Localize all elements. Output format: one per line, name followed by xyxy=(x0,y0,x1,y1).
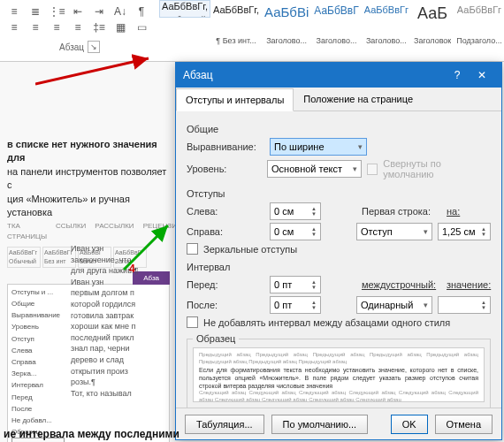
svg-line-0 xyxy=(35,58,149,84)
dialog-tabs: Отступы и интервалы Положение на страниц… xyxy=(176,88,501,111)
increase-indent-icon[interactable]: ⇥ xyxy=(90,4,108,19)
style-heading3[interactable]: АаБбВвГгЗаголово... xyxy=(362,0,411,50)
line-spacing-icon[interactable]: ‡≡ xyxy=(90,19,108,35)
decrease-indent-icon[interactable]: ⇤ xyxy=(69,4,87,19)
no-space-same-style-checkbox[interactable] xyxy=(187,316,198,328)
line-spacing-select[interactable]: Одинарный▾ xyxy=(356,296,432,314)
special-indent-select[interactable]: Отступ▾ xyxy=(356,223,432,240)
ribbon: ≡ ≣ ⋮≡ ⇤ ⇥ A↓ ¶ ≡ ≡ ≡ ≡ ‡≡ ▦ ▭ Абзац ↘ А… xyxy=(0,0,504,62)
align-center-icon[interactable]: ≡ xyxy=(27,19,44,35)
justify-icon[interactable]: ≡ xyxy=(69,19,87,35)
mirror-indents-checkbox[interactable] xyxy=(187,243,198,255)
bullet-list-icon[interactable]: ≡ xyxy=(5,4,23,19)
borders-icon[interactable]: ▭ xyxy=(133,19,150,35)
shading-icon[interactable]: ▦ xyxy=(111,19,129,35)
multilevel-list-icon[interactable]: ⋮≡ xyxy=(48,4,65,19)
indent-left-input[interactable]: 0 см▲▼ xyxy=(270,202,321,220)
style-subtitle[interactable]: АаБбВвГгПодзаголо... xyxy=(454,0,504,50)
style-heading1[interactable]: АаБбВіЗаголово... xyxy=(262,0,311,50)
style-heading2[interactable]: АаБбВвГЗаголово... xyxy=(311,0,361,50)
tab-line-breaks[interactable]: Положение на странице xyxy=(294,88,423,110)
help-button[interactable]: ? xyxy=(445,63,470,88)
indent-by-input[interactable]: 1,25 см▲▼ xyxy=(438,223,491,240)
dialog-titlebar: Абзац ? ✕ xyxy=(176,63,501,88)
show-marks-icon[interactable]: ¶ xyxy=(133,4,150,19)
paragraph-group-label: Абзац xyxy=(59,42,84,52)
close-button[interactable]: ✕ xyxy=(470,63,494,88)
space-after-input[interactable]: 0 пт▲▼ xyxy=(270,296,321,314)
section-indent: Отступы xyxy=(187,188,491,199)
preview-area: Образец Предыдущий абзац Предыдущий абза… xyxy=(187,333,491,408)
set-default-button[interactable]: По умолчанию... xyxy=(271,415,369,434)
style-no-spacing[interactable]: АаБбВвГг,¶ Без инт... xyxy=(210,0,262,50)
section-spacing: Интервал xyxy=(187,262,491,272)
paragraph-dialog: Абзац ? ✕ Отступы и интервалы Положение … xyxy=(175,62,502,440)
tab-indents-spacing[interactable]: Отступы и интервалы xyxy=(176,88,294,111)
footer-text: ие интервала между последними xyxy=(4,428,179,440)
paragraph-dialog-launcher[interactable]: ↘ xyxy=(88,41,100,53)
sort-icon[interactable]: A↓ xyxy=(111,4,129,19)
style-normal[interactable]: АаБбВвГг,¶ Обычный xyxy=(159,0,210,18)
line-spacing-at-input[interactable]: ▲▼ xyxy=(438,296,491,314)
ok-button[interactable]: OK xyxy=(391,415,428,434)
number-list-icon[interactable]: ≣ xyxy=(27,4,44,19)
styles-gallery: АаБбВвГг,¶ Обычный АаБбВвГг,¶ Без инт...… xyxy=(159,0,504,61)
paragraph-group: ≡ ≣ ⋮≡ ⇤ ⇥ A↓ ¶ ≡ ≡ ≡ ≡ ‡≡ ▦ ▭ Абзац ↘ xyxy=(0,0,159,61)
section-general: Общие xyxy=(187,124,491,134)
outline-level-select[interactable]: Основной текст▾ xyxy=(267,160,362,178)
indent-right-input[interactable]: 0 см▲▼ xyxy=(270,223,321,240)
collapse-checkbox[interactable] xyxy=(367,164,378,175)
cancel-button[interactable]: Отмена xyxy=(435,415,493,434)
dialog-title: Абзац xyxy=(183,69,213,81)
style-title[interactable]: АаБЗаголовок xyxy=(411,0,454,50)
alignment-select[interactable]: По ширине▾ xyxy=(270,138,367,156)
tabs-button[interactable]: Табуляция... xyxy=(185,415,264,434)
annotation-4: 4 xyxy=(129,263,135,275)
align-right-icon[interactable]: ≡ xyxy=(48,19,65,35)
space-before-input[interactable]: 0 пт▲▼ xyxy=(270,276,321,293)
align-left-icon[interactable]: ≡ xyxy=(5,19,23,35)
dialog-footer: Табуляция... По умолчанию... OK Отмена xyxy=(176,408,501,439)
